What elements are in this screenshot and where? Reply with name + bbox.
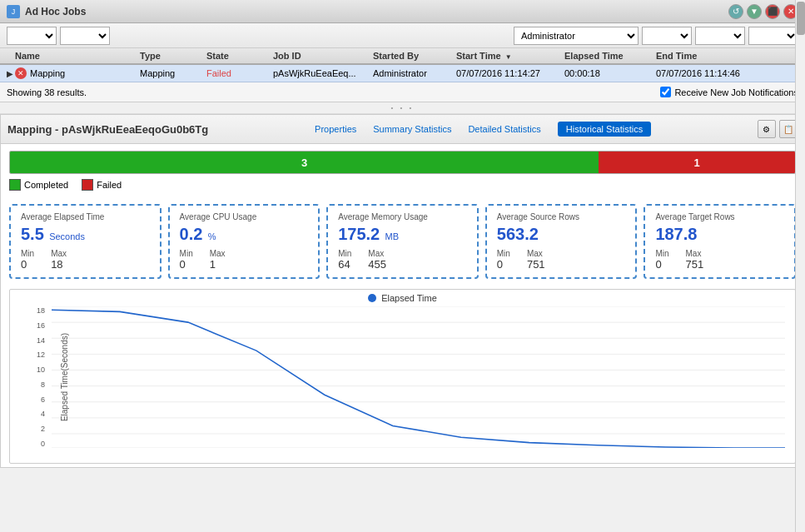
row-jobid: pAsWjkRuEeaEeq... xyxy=(273,68,373,78)
chart-section: Elapsed Time Elapsed Time(Seconds) xyxy=(9,289,796,464)
legend-failed-box xyxy=(82,179,93,191)
filter-select-2[interactable] xyxy=(60,27,110,45)
y-label-2: 2 xyxy=(12,425,45,433)
stats-row: Average Elapsed Time 5.5 Seconds Min 0 M… xyxy=(1,197,804,286)
filter-button[interactable]: ▼ xyxy=(747,4,762,19)
progress-failed: 1 xyxy=(599,152,795,173)
col-header-name: Name xyxy=(15,51,140,61)
legend-completed: Completed xyxy=(9,179,68,191)
row-name: Mapping xyxy=(30,68,65,78)
filter-select-3[interactable] xyxy=(642,27,692,45)
detail-panel: Mapping - pAsWjkRuEeaEeqoGu0b6Tg Propert… xyxy=(0,114,805,468)
detail-title: Mapping - pAsWjkRuEeaEeqoGu0b6Tg xyxy=(7,123,208,136)
stat-minmax-4: Min 0 Max 751 xyxy=(655,249,784,271)
stat-value-4: 187.8 xyxy=(655,225,784,244)
y-label-16: 16 xyxy=(12,321,45,330)
chart-title: Elapsed Time xyxy=(381,293,437,303)
stat-card-2: Average Memory Usage 175.2 MB Min 64 Max… xyxy=(326,204,479,279)
detail-tabs: Properties Summary Statistics Detailed S… xyxy=(315,122,651,137)
stat-value-2: 175.2 MB xyxy=(338,225,467,244)
stat-value-3: 563.2 xyxy=(497,225,626,244)
filter-select-1[interactable] xyxy=(7,27,57,45)
stat-minmax-0: Min 0 Max 18 xyxy=(21,249,150,271)
filter-select-admin[interactable]: Administrator xyxy=(514,27,639,45)
y-label-4: 4 xyxy=(12,410,45,418)
stat-label-1: Average CPU Usage xyxy=(180,212,309,221)
fail-icon: ✕ xyxy=(15,67,27,79)
legend-failed-label: Failed xyxy=(97,180,122,190)
stat-value-0: 5.5 Seconds xyxy=(21,225,150,244)
resize-handle[interactable]: • • • xyxy=(0,102,805,114)
y-label-8: 8 xyxy=(12,380,45,389)
progress-completed: 3 xyxy=(10,152,599,173)
row-endtime: 07/07/2016 11:14:46 xyxy=(656,68,764,78)
stat-label-4: Average Target Rows xyxy=(655,212,784,221)
y-label-6: 6 xyxy=(12,395,45,404)
detail-actions: ⚙ 📋 xyxy=(758,120,798,138)
y-label-12: 12 xyxy=(12,351,45,359)
tab-summary-statistics[interactable]: Summary Statistics xyxy=(373,124,451,134)
window-title: Ad Hoc Jobs xyxy=(25,6,86,17)
legend-failed: Failed xyxy=(82,179,122,191)
col-header-jobid: Job ID xyxy=(273,51,373,61)
scrollbar-vertical[interactable] xyxy=(795,0,805,532)
stat-card-0: Average Elapsed Time 5.5 Seconds Min 0 M… xyxy=(9,204,161,279)
row-type: Mapping xyxy=(140,68,206,78)
stat-card-1: Average CPU Usage 0.2 % Min 0 Max 1 xyxy=(168,204,321,279)
legend-completed-label: Completed xyxy=(24,180,68,190)
stop-button[interactable]: ⬛ xyxy=(765,4,780,19)
col-header-elapsed: Elapsed Time xyxy=(564,51,656,61)
scrollbar-thumb xyxy=(797,2,805,35)
stat-minmax-2: Min 64 Max 455 xyxy=(338,249,467,271)
app-icon: J xyxy=(7,5,20,18)
col-header-type: Type xyxy=(140,51,206,61)
row-startedby: Administrator xyxy=(373,68,456,78)
col-header-endtime: End Time xyxy=(656,51,764,61)
row-starttime: 07/07/2016 11:14:27 xyxy=(456,68,564,78)
stat-card-4: Average Target Rows 187.8 Min 0 Max 751 xyxy=(644,204,796,279)
col-header-starttime: Start Time ▼ xyxy=(456,51,564,61)
stat-value-1: 0.2 % xyxy=(180,225,309,244)
refresh-button[interactable]: ↺ xyxy=(728,4,743,19)
expand-arrow[interactable]: ▶ xyxy=(7,69,13,78)
col-header-state: State xyxy=(206,51,273,61)
progress-bar: 3 1 xyxy=(9,151,796,174)
stat-label-0: Average Elapsed Time xyxy=(21,212,150,221)
stat-minmax-3: Min 0 Max 751 xyxy=(497,249,626,271)
progress-section: 3 1 Completed Failed xyxy=(1,144,804,197)
stat-label-3: Average Source Rows xyxy=(497,212,626,221)
chart-legend-dot xyxy=(368,294,376,302)
results-count: Showing 38 results. xyxy=(7,87,87,97)
table-header: Name Type State Job ID Started By Start … xyxy=(0,48,805,65)
y-label-10: 10 xyxy=(12,365,45,374)
tab-historical-statistics[interactable]: Historical Statistics xyxy=(558,122,651,137)
y-label-14: 14 xyxy=(12,336,45,345)
y-axis-label: Elapsed Time(Seconds) xyxy=(60,333,69,421)
legend: Completed Failed xyxy=(9,179,796,191)
row-elapsed: 00:00:18 xyxy=(564,68,656,78)
y-label-0: 0 xyxy=(12,440,45,448)
stat-label-2: Average Memory Usage xyxy=(338,212,467,221)
tab-properties[interactable]: Properties xyxy=(315,124,356,134)
export-button[interactable]: ⚙ xyxy=(758,120,776,138)
stat-minmax-1: Min 0 Max 1 xyxy=(180,249,309,271)
table-row[interactable]: ▶ ✕ Mapping Mapping Failed pAsWjkRuEeaEe… xyxy=(0,65,805,82)
row-state: Failed xyxy=(206,68,273,78)
chart-svg xyxy=(52,306,785,448)
notify-label: Receive New Job Notifications xyxy=(674,87,798,97)
status-bar: Showing 38 results. Receive New Job Noti… xyxy=(0,82,805,102)
notify-checkbox[interactable] xyxy=(660,87,671,97)
tab-detailed-statistics[interactable]: Detailed Statistics xyxy=(468,124,540,134)
col-header-startedby: Started By xyxy=(373,51,456,61)
filter-select-4[interactable] xyxy=(695,27,745,45)
legend-completed-box xyxy=(9,179,21,191)
detail-header: Mapping - pAsWjkRuEeaEeqoGu0b6Tg Propert… xyxy=(1,115,804,144)
filter-select-5[interactable] xyxy=(748,27,798,45)
sort-icon: ▼ xyxy=(505,53,512,61)
chart-title-bar: Elapsed Time xyxy=(10,290,795,306)
stat-card-3: Average Source Rows 563.2 Min 0 Max 751 xyxy=(485,204,638,279)
y-label-18: 18 xyxy=(12,306,45,315)
